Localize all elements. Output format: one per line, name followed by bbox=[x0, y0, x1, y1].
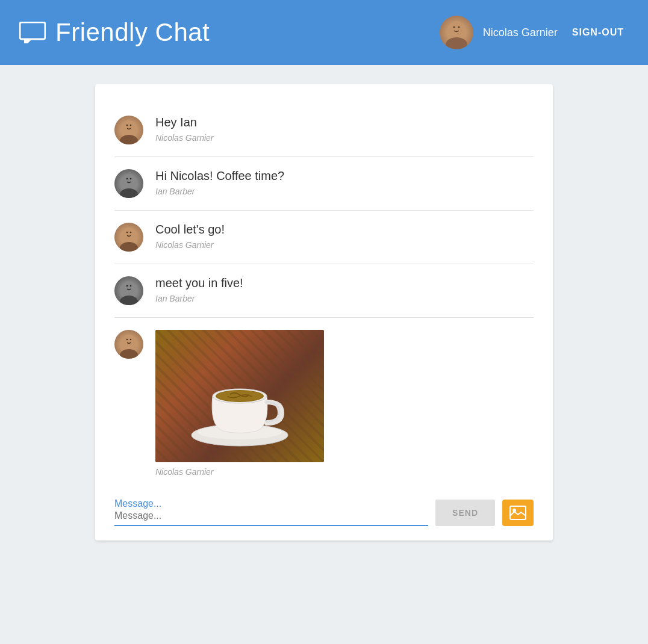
svg-point-6 bbox=[458, 26, 460, 28]
main-content: Hey Ian Nicolas Garnier Hi Nicolas! bbox=[0, 65, 648, 560]
messages-list: Hey Ian Nicolas Garnier Hi Nicolas! bbox=[114, 104, 534, 489]
avatar bbox=[114, 330, 143, 359]
table-row: Hey Ian Nicolas Garnier bbox=[114, 104, 534, 157]
message-author: Ian Barber bbox=[155, 187, 534, 196]
avatar bbox=[114, 116, 143, 144]
svg-point-3 bbox=[446, 37, 467, 49]
svg-point-7 bbox=[123, 120, 135, 132]
message-author: Nicolas Garnier bbox=[155, 467, 534, 477]
message-text: Hey Ian bbox=[155, 116, 534, 129]
svg-point-15 bbox=[123, 228, 135, 240]
svg-point-10 bbox=[130, 125, 132, 126]
chat-icon bbox=[19, 22, 46, 43]
message-content: Nicolas Garnier bbox=[155, 330, 534, 477]
header-username: Nicolas Garnier bbox=[483, 26, 558, 39]
image-icon bbox=[509, 506, 526, 520]
message-content: Hey Ian Nicolas Garnier bbox=[155, 116, 534, 143]
svg-point-17 bbox=[126, 232, 128, 234]
svg-point-24 bbox=[120, 349, 138, 359]
message-text: Hi Nicolas! Coffee time? bbox=[155, 169, 534, 183]
svg-point-14 bbox=[130, 178, 132, 180]
avatar bbox=[114, 169, 143, 198]
svg-point-26 bbox=[130, 339, 132, 341]
message-input-wrapper: Message... bbox=[114, 498, 428, 526]
message-author: Nicolas Garnier bbox=[155, 240, 534, 250]
svg-point-12 bbox=[120, 188, 138, 198]
avatar bbox=[114, 276, 143, 305]
svg-point-4 bbox=[449, 21, 464, 36]
svg-point-9 bbox=[126, 125, 128, 126]
header: Friendly Chat Nicolas Garnier SIGN-OUT bbox=[0, 0, 648, 65]
svg-point-25 bbox=[126, 339, 128, 341]
message-content: Hi Nicolas! Coffee time? Ian Barber bbox=[155, 169, 534, 196]
message-input[interactable] bbox=[114, 498, 428, 526]
send-button[interactable]: SEND bbox=[435, 500, 495, 526]
svg-point-11 bbox=[123, 174, 135, 186]
svg-point-16 bbox=[120, 242, 138, 252]
svg-point-5 bbox=[453, 26, 455, 28]
message-text: Cool let's go! bbox=[155, 223, 534, 237]
svg-rect-0 bbox=[20, 22, 45, 39]
svg-point-19 bbox=[123, 281, 135, 293]
header-avatar bbox=[440, 16, 473, 49]
svg-point-20 bbox=[120, 296, 138, 305]
avatar bbox=[114, 223, 143, 252]
message-content: meet you in five! Ian Barber bbox=[155, 276, 534, 303]
svg-point-13 bbox=[126, 178, 128, 180]
image-upload-button[interactable] bbox=[502, 500, 534, 526]
table-row: Cool let's go! Nicolas Garnier bbox=[114, 211, 534, 264]
message-author: Nicolas Garnier bbox=[155, 133, 534, 143]
header-user-area: Nicolas Garnier SIGN-OUT bbox=[440, 16, 629, 49]
svg-point-23 bbox=[123, 335, 135, 347]
logo-area: Friendly Chat bbox=[19, 18, 440, 47]
svg-point-18 bbox=[130, 232, 132, 234]
table-row: Hi Nicolas! Coffee time? Ian Barber bbox=[114, 157, 534, 211]
coffee-cup-svg bbox=[179, 342, 300, 450]
message-text: meet you in five! bbox=[155, 276, 534, 290]
svg-marker-1 bbox=[24, 40, 31, 43]
chat-card: Hey Ian Nicolas Garnier Hi Nicolas! bbox=[95, 84, 553, 540]
sign-out-button[interactable]: SIGN-OUT bbox=[567, 25, 629, 40]
svg-point-22 bbox=[130, 285, 132, 287]
table-row: Nicolas Garnier bbox=[114, 318, 534, 489]
input-area: Message... SEND bbox=[114, 489, 534, 526]
svg-point-21 bbox=[126, 285, 128, 287]
svg-point-8 bbox=[120, 135, 138, 144]
message-content: Cool let's go! Nicolas Garnier bbox=[155, 223, 534, 250]
app-title: Friendly Chat bbox=[55, 18, 210, 47]
coffee-image bbox=[155, 330, 324, 462]
message-author: Ian Barber bbox=[155, 294, 534, 303]
table-row: meet you in five! Ian Barber bbox=[114, 264, 534, 318]
